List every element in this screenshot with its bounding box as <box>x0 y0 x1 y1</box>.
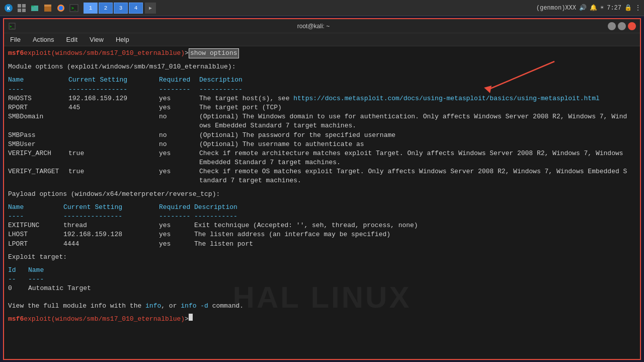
msf-prompt-2: msf6 <box>8 315 24 324</box>
target-name: Automatic Target <box>28 284 636 293</box>
table-row: SMBDomain no (Optional) The Windows doma… <box>8 112 636 121</box>
maximize-button[interactable] <box>618 22 626 30</box>
option-name: SMBDomain <box>8 112 68 121</box>
window-controls <box>608 22 636 30</box>
menu-file[interactable]: File <box>8 35 23 44</box>
option-required: yes <box>159 230 194 239</box>
svg-rect-8 <box>44 5 51 7</box>
option-desc-cont: tandard 7 target machines. <box>199 176 636 185</box>
menu-actions[interactable]: Actions <box>31 35 56 44</box>
table-row: LHOST 192.168.159.128 yes The listen add… <box>8 230 636 239</box>
table-row: EXITFUNC thread yes Exit technique (Acce… <box>8 221 636 230</box>
option-value: thread <box>63 221 159 230</box>
module-div3: -------- <box>159 85 199 94</box>
option-name: RPORT <box>8 103 68 112</box>
option-value <box>68 140 159 149</box>
payload-table-divider: ---- --------------- -------- ----------… <box>8 212 636 221</box>
lock-icon[interactable]: 🔒 <box>624 4 632 12</box>
option-cont <box>8 121 68 130</box>
brightness-icon[interactable]: ☀ <box>600 4 604 12</box>
option-name: SMBUser <box>8 140 68 149</box>
footer-middle: , or <box>161 302 181 310</box>
menu-edit[interactable]: Edit <box>64 35 79 44</box>
option-required: yes <box>159 94 199 103</box>
table-row: LPORT 4444 yes The listen port <box>8 240 636 249</box>
option-value: 192.168.159.129 <box>68 94 159 103</box>
module-div2: --------------- <box>68 85 159 94</box>
option-name: EXITFUNC <box>8 221 63 230</box>
more-icon[interactable]: ⋮ <box>635 4 641 12</box>
table-row: SMBPass no (Optional) The password for t… <box>8 131 636 140</box>
option-required: no <box>159 140 199 149</box>
svg-rect-9 <box>44 7 51 12</box>
workspace-arrow-icon[interactable]: ▶ <box>145 3 156 14</box>
option-name: LPORT <box>8 240 63 249</box>
module-col-desc: Description <box>199 76 636 85</box>
option-desc: The target port (TCP) <box>199 103 636 112</box>
taskbar-right: (genmon)XXX 🔊 🔔 ☀ 7:27 🔒 ⋮ <box>536 4 641 12</box>
svg-text:>_: >_ <box>71 6 76 11</box>
footer-info-link: info <box>145 302 161 310</box>
table-row-cont: ows Embedded Standard 7 target machines. <box>8 121 636 130</box>
option-desc: The listen address (an interface may be … <box>194 230 636 239</box>
table-row: 0 Automatic Target <box>8 284 636 293</box>
payload-col-desc: Description <box>194 203 636 212</box>
footer-text: View the full module info with the <box>8 302 145 310</box>
module-col-required: Required <box>159 76 199 85</box>
module-options-section: Module options (exploit/windows/smb/ms17… <box>8 62 636 185</box>
module-div4: ----------- <box>199 85 636 94</box>
window-title: root@kali: ~ <box>19 23 608 30</box>
workspace-btn-2[interactable]: 2 <box>99 3 113 14</box>
workspace-icon[interactable] <box>16 3 27 14</box>
option-required: yes <box>159 103 199 112</box>
footer-info2-link: info -d <box>181 302 208 310</box>
option-required: no <box>159 131 199 140</box>
workspace-btn-3[interactable]: 3 <box>114 3 128 14</box>
close-button[interactable] <box>628 22 636 30</box>
menu-view[interactable]: View <box>88 35 106 44</box>
svg-rect-2 <box>18 4 21 8</box>
terminal-taskbar-icon[interactable]: >_ <box>68 3 79 14</box>
payload-table-header: Name Current Setting Required Descriptio… <box>8 203 636 212</box>
payload-options-title: Payload options (windows/x64/meterpreter… <box>8 190 636 199</box>
module-col-setting: Current Setting <box>68 76 159 85</box>
payload-col-setting: Current Setting <box>63 203 159 212</box>
volume-icon[interactable]: 🔊 <box>579 4 587 12</box>
menu-help[interactable]: Help <box>114 35 131 44</box>
option-desc: (Optional) The Windows domain to use for… <box>199 112 636 121</box>
kali-icon[interactable]: K <box>3 3 14 14</box>
files-icon[interactable]: > <box>29 3 40 14</box>
archive-icon[interactable] <box>42 3 53 14</box>
payload-options-section: Payload options (windows/x64/meterpreter… <box>8 190 636 249</box>
option-name: SMBPass <box>8 131 68 140</box>
module-table-divider: ---- --------------- -------- ----------… <box>8 85 636 94</box>
option-required: yes <box>159 149 199 158</box>
option-desc-cont: ows Embedded Standard 7 target machines. <box>199 121 636 130</box>
option-value: 4444 <box>63 240 159 249</box>
minimize-button[interactable] <box>608 22 616 30</box>
table-row: RPORT 445 yes The target port (TCP) <box>8 103 636 112</box>
notify-icon[interactable]: 🔔 <box>590 4 597 12</box>
msf-prompt-1: msf6 <box>8 49 24 58</box>
exploit-target-header: Id Name <box>8 266 636 275</box>
svg-rect-3 <box>22 4 26 8</box>
taskbar: K > >_ 1 2 3 4 ▶ (genmon)XXX 🔊 🔔 ☀ 7:27 … <box>0 0 644 16</box>
workspace-btn-4[interactable]: 4 <box>129 3 143 14</box>
menubar: File Actions Edit View Help <box>4 33 640 46</box>
workspace-btn-1[interactable]: 1 <box>84 3 98 14</box>
svg-point-11 <box>59 6 63 10</box>
exploit-target-title: Exploit target: <box>8 253 636 262</box>
table-row-cont: Embedded Standard 7 target machines. <box>8 158 636 167</box>
payload-col-required: Required <box>159 203 194 212</box>
exploit-target-divider: -- ---- <box>8 275 636 284</box>
firefox-icon[interactable] <box>55 3 66 14</box>
terminal-content[interactable]: msf6 exploit(windows/smb/ms17_010_eterna… <box>4 46 640 359</box>
option-value: true <box>68 149 159 158</box>
exploit-name-1: exploit(windows/smb/ms17_010_eternalblue… <box>24 49 185 58</box>
option-desc: (Optional) The password for the specifie… <box>199 131 636 140</box>
table-row: VERIFY_ARCH true yes Check if remote arc… <box>8 149 636 158</box>
terminal-cursor <box>189 314 193 321</box>
option-value <box>68 131 159 140</box>
prompt-line-1: msf6 exploit(windows/smb/ms17_010_eterna… <box>8 48 636 58</box>
option-value: 445 <box>68 103 159 112</box>
